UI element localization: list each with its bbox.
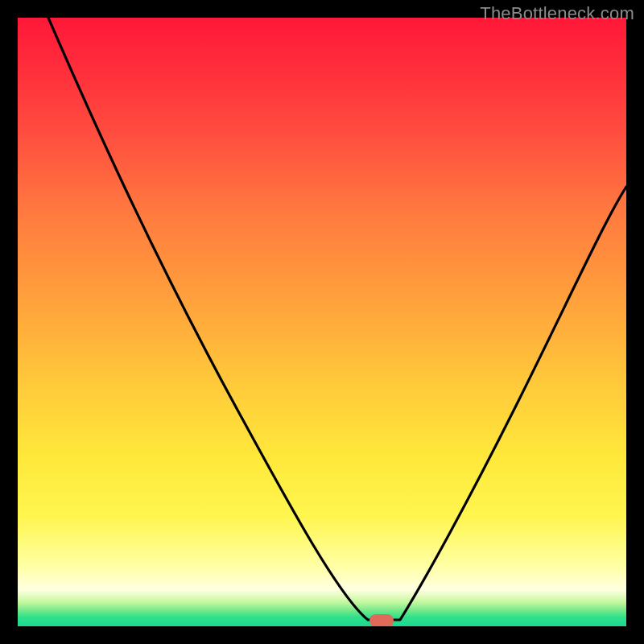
optimum-marker xyxy=(369,614,394,626)
curve-path xyxy=(48,18,626,620)
watermark-text: TheBottleneck.com xyxy=(480,3,634,24)
bottleneck-curve xyxy=(18,18,626,626)
chart-frame: TheBottleneck.com xyxy=(0,0,644,644)
plot-area xyxy=(18,18,626,626)
